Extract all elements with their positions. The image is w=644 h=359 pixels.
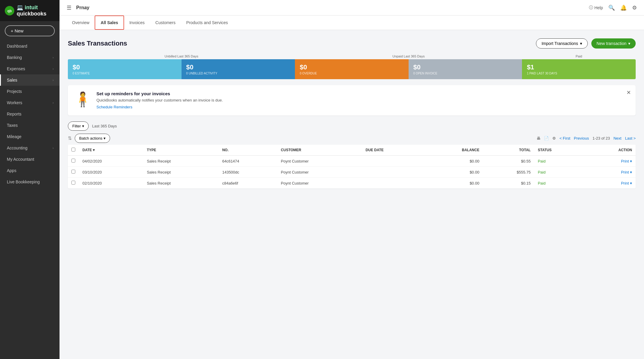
row-select[interactable] — [71, 170, 75, 174]
pagination-info: 1-23 of 23 — [593, 136, 610, 141]
card-sublabel: 0 UNBILLED ACTIVITY — [186, 72, 290, 75]
menu-icon[interactable]: ☰ — [67, 4, 71, 11]
sidebar-item-workers[interactable]: Workers› — [0, 97, 60, 108]
chevron-icon: › — [53, 67, 54, 71]
row-checkbox[interactable] — [68, 178, 79, 189]
row-no: c84a6e6f — [219, 178, 277, 189]
row-no: 143500dc — [219, 167, 277, 178]
export-icon[interactable]: 📄 — [544, 136, 549, 141]
summary-card-3[interactable]: $0 0 OPEN INVOICE — [409, 59, 522, 79]
row-checkbox[interactable] — [68, 167, 79, 178]
new-transaction-button[interactable]: New transaction ▾ — [591, 38, 636, 49]
row-type: Sales Receipt — [143, 167, 218, 178]
page-header: Sales Transactions Import Transactions ▾… — [68, 38, 636, 49]
batch-actions-button[interactable]: Batch actions ▾ — [75, 134, 110, 143]
filter-button[interactable]: Filter ▾ — [68, 121, 89, 131]
search-icon[interactable]: 🔍 — [608, 4, 615, 11]
topbar: ☰ Prnay ⓘ Help 🔍 🔔 ⚙ — [60, 0, 644, 15]
topbar-left: ☰ Prnay — [67, 4, 89, 11]
company-name: Prnay — [76, 5, 89, 10]
summary-card-4[interactable]: $1 1 PAID LAST 30 DAYS — [522, 59, 636, 79]
row-date: 03/10/2020 — [79, 167, 143, 178]
row-checkbox[interactable] — [68, 156, 79, 167]
reminder-content: Set up reminders for your invoices Quick… — [96, 91, 223, 110]
row-no: 64c61474 — [219, 156, 277, 167]
last-page-link[interactable]: Last > — [625, 136, 636, 141]
tab-products-and-services[interactable]: Products and Services — [181, 16, 233, 30]
sort-icon: ⇅ — [68, 135, 72, 141]
sidebar-item-banking[interactable]: Banking› — [0, 52, 60, 63]
next-page-link[interactable]: Next — [613, 136, 621, 141]
summary-card-0[interactable]: $0 0 ESTIMATE — [68, 59, 182, 79]
sidebar-item-apps[interactable]: Apps — [0, 165, 60, 176]
row-balance: $0.00 — [423, 167, 483, 178]
col-duedate: DUE DATE — [362, 145, 423, 156]
column-settings-icon[interactable]: ⚙ — [552, 136, 556, 141]
sidebar-label: My Accountant — [7, 157, 34, 162]
filter-label: Last 365 Days — [92, 124, 117, 128]
col-customer: CUSTOMER — [277, 145, 362, 156]
row-select[interactable] — [71, 181, 75, 185]
table-body: 04/02/2020 Sales Receipt 64c61474 Poynt … — [68, 156, 636, 189]
filter-bar: Filter ▾ Last 365 Days — [68, 121, 636, 131]
previous-page-link[interactable]: Previous — [574, 136, 589, 141]
row-due-date — [362, 156, 423, 167]
sidebar-item-mileage[interactable]: Mileage — [0, 131, 60, 142]
row-select[interactable] — [71, 159, 75, 163]
help-icon: ⓘ — [589, 5, 593, 10]
row-action[interactable]: Print ▾ — [585, 178, 636, 189]
sidebar-item-sales[interactable]: Sales› — [0, 74, 60, 86]
import-transactions-button[interactable]: Import Transactions ▾ — [536, 38, 588, 49]
row-date: 02/10/2020 — [79, 178, 143, 189]
sidebar-item-taxes[interactable]: Taxes — [0, 120, 60, 131]
select-all-input[interactable] — [71, 148, 75, 152]
table-row: 04/02/2020 Sales Receipt 64c61474 Poynt … — [68, 156, 636, 167]
row-status: Paid — [534, 156, 585, 167]
tab-customers[interactable]: Customers — [150, 16, 181, 30]
col-action: ACTION — [585, 145, 636, 156]
close-banner-button[interactable]: ✕ — [626, 89, 631, 96]
tab-overview[interactable]: Overview — [67, 16, 95, 30]
print-icon[interactable]: 🖶 — [537, 136, 540, 141]
sidebar-item-projects[interactable]: Projects — [0, 86, 60, 97]
row-balance: $0.00 — [423, 178, 483, 189]
svg-text:qb: qb — [7, 9, 12, 13]
select-all-checkbox[interactable] — [68, 145, 79, 156]
col-type: TYPE — [143, 145, 218, 156]
row-total: $0.15 — [483, 178, 534, 189]
summary-card-1[interactable]: $0 0 UNBILLED ACTIVITY — [182, 59, 295, 79]
help-button[interactable]: ⓘ Help — [589, 5, 603, 10]
sidebar-item-dashboard[interactable]: Dashboard — [0, 40, 60, 52]
sidebar-item-my-accountant[interactable]: My Accountant — [0, 154, 60, 165]
new-button[interactable]: + New — [5, 25, 55, 36]
settings-icon[interactable]: ⚙ — [632, 4, 637, 11]
sidebar-item-reports[interactable]: Reports — [0, 108, 60, 120]
sidebar-label: Expenses — [7, 66, 25, 71]
sidebar-label: Workers — [7, 100, 22, 105]
sidebar-item-accounting[interactable]: Accounting› — [0, 142, 60, 154]
sidebar-label: Reports — [7, 112, 21, 116]
unbilled-label: Unbilled Last 365 Days — [68, 54, 295, 58]
page-title: Sales Transactions — [68, 40, 127, 47]
sidebar-item-live-bookkeeping[interactable]: Live Bookkeeping — [0, 176, 60, 188]
content-area: Sales Transactions Import Transactions ▾… — [60, 30, 644, 359]
row-action[interactable]: Print ▾ — [585, 156, 636, 167]
sidebar-label: Sales — [7, 78, 17, 82]
col-balance: BALANCE — [423, 145, 483, 156]
schedule-reminders-link[interactable]: Schedule Reminders — [96, 105, 132, 109]
sidebar-label: Dashboard — [7, 44, 27, 49]
sidebar-item-expenses[interactable]: Expenses› — [0, 63, 60, 74]
row-type: Sales Receipt — [143, 156, 218, 167]
first-page-link[interactable]: < First — [559, 136, 570, 141]
chevron-icon: › — [53, 56, 54, 59]
row-due-date — [362, 167, 423, 178]
summary-labels: Unbilled Last 365 Days Unpaid Last 365 D… — [68, 54, 636, 58]
tab-invoices[interactable]: Invoices — [124, 16, 150, 30]
summary-card-2[interactable]: $0 0 OVERDUE — [295, 59, 409, 79]
chevron-icon: › — [53, 79, 54, 82]
col-date[interactable]: DATE ▾ — [79, 145, 143, 156]
unpaid-label: Unpaid Last 365 Days — [295, 54, 522, 58]
tab-all-sales[interactable]: All Sales — [95, 15, 124, 30]
row-action[interactable]: Print ▾ — [585, 167, 636, 178]
notifications-icon[interactable]: 🔔 — [620, 4, 627, 11]
